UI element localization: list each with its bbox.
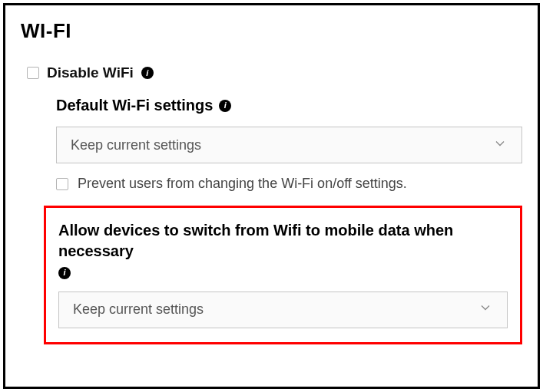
prevent-change-label: Prevent users from changing the Wi-Fi on… [78, 176, 407, 192]
disable-wifi-row: Disable WiFi i [21, 64, 522, 81]
switch-heading-text: Allow devices to switch from Wifi to mob… [58, 220, 508, 262]
switch-to-mobile-block: Allow devices to switch from Wifi to mob… [44, 206, 522, 344]
info-icon[interactable]: i [58, 267, 71, 279]
chevron-down-icon [492, 136, 508, 155]
switch-select[interactable]: Keep current settings [58, 292, 508, 328]
disable-wifi-checkbox[interactable] [27, 67, 39, 79]
prevent-change-row: Prevent users from changing the Wi-Fi on… [56, 176, 522, 192]
disable-wifi-label: Disable WiFi [47, 64, 134, 81]
prevent-change-checkbox[interactable] [56, 178, 68, 190]
default-wifi-heading-text: Default Wi-Fi settings [56, 97, 213, 114]
default-wifi-select-value: Keep current settings [71, 137, 201, 153]
wifi-settings-panel: WI-FI Disable WiFi i Default Wi-Fi setti… [3, 3, 540, 389]
info-icon[interactable]: i [141, 67, 154, 79]
default-wifi-select[interactable]: Keep current settings [56, 127, 522, 163]
default-settings-block: Default Wi-Fi settings i Keep current se… [21, 97, 522, 192]
switch-select-value: Keep current settings [73, 301, 204, 318]
default-wifi-heading: Default Wi-Fi settings i [56, 97, 522, 114]
switch-heading-row: Allow devices to switch from Wifi to mob… [58, 220, 508, 279]
section-title: WI-FI [21, 19, 522, 43]
info-icon[interactable]: i [219, 100, 231, 112]
chevron-down-icon [478, 300, 493, 319]
